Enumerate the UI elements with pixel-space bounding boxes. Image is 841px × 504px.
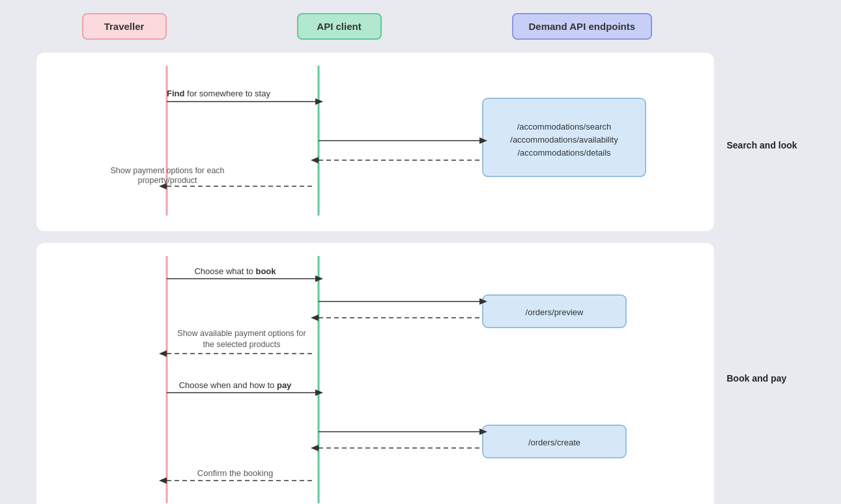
- side-labels: Search and look Book and pay: [727, 53, 805, 504]
- svg-text:Show available payment options: Show available payment options for: [177, 329, 306, 338]
- svg-text:Choose when and how to pay: Choose when and how to pay: [178, 380, 291, 390]
- search-label-container: Search and look: [727, 70, 805, 220]
- svg-marker-29: [311, 315, 319, 321]
- svg-text:Confirm the booking: Confirm the booking: [197, 468, 272, 478]
- main-area: /accommodations/search /accommodations/a…: [36, 53, 805, 504]
- svg-text:/accommodations/availability: /accommodations/availability: [510, 135, 618, 145]
- svg-text:/orders/create: /orders/create: [528, 438, 580, 447]
- svg-text:Show payment options for each: Show payment options for each: [110, 166, 224, 175]
- svg-text:the selected products: the selected products: [203, 340, 280, 349]
- actors-row: Traveller API client Demand API endpoint…: [36, 13, 805, 40]
- search-label: Search and look: [727, 140, 797, 150]
- search-sequence-svg: /accommodations/search /accommodations/a…: [36, 66, 714, 216]
- svg-marker-42: [159, 477, 167, 484]
- svg-marker-31: [159, 350, 167, 357]
- book-sequence-box: /orders/preview /orders/create Choose wh…: [36, 243, 714, 504]
- svg-text:/accommodations/details: /accommodations/details: [517, 148, 611, 158]
- book-label: Book and pay: [727, 373, 787, 384]
- book-sequence-svg: /orders/preview /orders/create Choose wh…: [36, 256, 714, 503]
- diagram-container: Traveller API client Demand API endpoint…: [36, 0, 805, 504]
- svg-text:Find for somewhere to stay: Find for somewhere to stay: [167, 89, 270, 98]
- book-label-container: Book and pay: [727, 255, 805, 502]
- svg-marker-40: [311, 445, 319, 451]
- svg-text:Choose what to book: Choose what to book: [194, 266, 276, 276]
- actor-traveller: Traveller: [82, 13, 167, 40]
- svg-text:/orders/preview: /orders/preview: [525, 307, 583, 317]
- svg-text:property/product: property/product: [137, 176, 197, 185]
- search-sequence-box: /accommodations/search /accommodations/a…: [36, 53, 714, 231]
- actor-api-client: API client: [297, 13, 382, 40]
- svg-text:/accommodations/search: /accommodations/search: [517, 122, 611, 132]
- svg-marker-12: [311, 157, 319, 163]
- actor-demand-api: Demand API endpoints: [512, 13, 653, 40]
- sequences: /accommodations/search /accommodations/a…: [36, 53, 714, 504]
